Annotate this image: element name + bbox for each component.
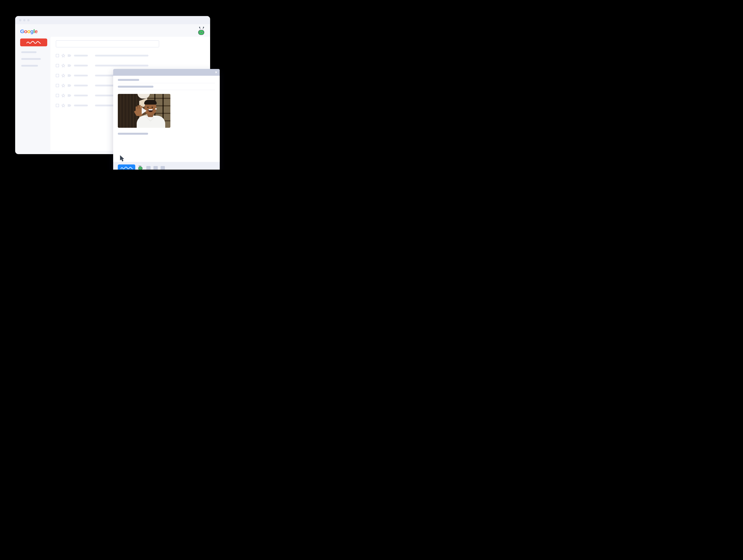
send-button[interactable]: [118, 165, 135, 170]
label-icon[interactable]: [68, 104, 72, 107]
subject-placeholder: [95, 55, 148, 56]
sidebar-item[interactable]: [21, 58, 41, 60]
label-icon[interactable]: [68, 74, 72, 77]
star-icon[interactable]: [61, 94, 65, 97]
compose-header[interactable]: ×: [113, 69, 220, 76]
browser-window: Google: [15, 16, 210, 154]
checkbox-icon[interactable]: [56, 54, 59, 57]
to-field-placeholder[interactable]: [118, 79, 139, 81]
svg-rect-1: [56, 64, 59, 67]
compose-popup: ×: [113, 69, 220, 170]
subject-placeholder: [95, 65, 148, 66]
squiggle-icon: [26, 40, 41, 45]
google-logo: Google: [20, 28, 37, 34]
extension-bot-icon[interactable]: [198, 28, 205, 35]
search-input[interactable]: [56, 40, 159, 47]
star-icon[interactable]: [61, 84, 65, 87]
subject-field-placeholder[interactable]: [118, 86, 154, 88]
sender-placeholder: [74, 75, 88, 77]
compose-footer: [113, 162, 220, 170]
svg-rect-3: [56, 84, 59, 87]
traffic-light-zoom[interactable]: [27, 19, 30, 21]
header-row: Google: [15, 24, 210, 37]
checkbox-icon[interactable]: [56, 104, 59, 107]
checkbox-icon[interactable]: [56, 74, 59, 77]
traffic-light-minimize[interactable]: [23, 19, 26, 21]
svg-rect-0: [56, 54, 59, 57]
footer-action[interactable]: [161, 166, 165, 170]
sender-placeholder: [74, 105, 88, 106]
sidebar-item[interactable]: [21, 65, 38, 66]
traffic-light-close[interactable]: [19, 19, 21, 21]
compose-body: [113, 76, 220, 162]
video-thumbnail[interactable]: [118, 94, 170, 128]
star-icon[interactable]: [61, 54, 65, 57]
sender-placeholder: [74, 95, 88, 96]
checkbox-icon[interactable]: [56, 64, 59, 67]
footer-action[interactable]: [154, 166, 158, 170]
label-icon[interactable]: [68, 64, 72, 67]
play-icon[interactable]: [142, 107, 147, 114]
mail-row[interactable]: [56, 54, 205, 57]
body-text-placeholder[interactable]: [118, 133, 148, 135]
extension-bot-icon[interactable]: [138, 167, 142, 170]
checkbox-icon[interactable]: [56, 94, 59, 97]
star-icon[interactable]: [61, 64, 65, 67]
compose-button[interactable]: [20, 39, 47, 46]
checkbox-icon[interactable]: [56, 84, 59, 87]
footer-action[interactable]: [146, 166, 150, 170]
svg-rect-4: [56, 94, 59, 97]
label-icon[interactable]: [68, 54, 72, 57]
window-titlebar: [15, 16, 210, 24]
sender-placeholder: [74, 85, 88, 86]
cursor-icon: [119, 155, 125, 162]
sender-placeholder: [74, 65, 88, 66]
squiggle-icon: [120, 166, 133, 170]
sidebar-item[interactable]: [21, 51, 37, 53]
star-icon[interactable]: [61, 104, 65, 107]
close-icon[interactable]: ×: [215, 70, 217, 75]
label-icon[interactable]: [68, 94, 72, 97]
svg-rect-2: [56, 74, 59, 77]
svg-rect-5: [56, 104, 59, 107]
sidebar: [20, 37, 50, 151]
label-icon[interactable]: [68, 84, 72, 87]
mail-row[interactable]: [56, 64, 205, 67]
star-icon[interactable]: [61, 74, 65, 77]
sender-placeholder: [74, 55, 88, 56]
person-waving: [133, 101, 167, 128]
